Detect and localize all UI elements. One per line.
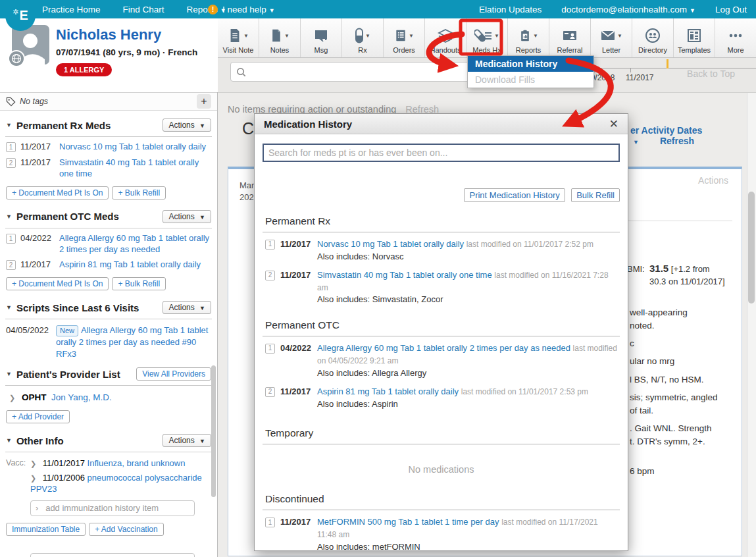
back-to-top-link[interactable]: Back to Top: [687, 68, 735, 79]
allergy-badge[interactable]: 1 ALLERGY: [56, 63, 112, 76]
med-number: 2: [6, 158, 16, 168]
medication-link[interactable]: Simvastatin 40 mg Tab 1 tablet orally on…: [317, 270, 492, 280]
toolbar-directory-button[interactable]: Directory: [632, 18, 674, 57]
add-legal-input[interactable]: [30, 553, 195, 557]
more-dots-icon: [727, 28, 744, 43]
collapse-triangle-icon[interactable]: ▼: [6, 304, 12, 311]
sidebar-scrollbar-thumb[interactable]: [211, 365, 216, 497]
chevron-right-icon[interactable]: ❯: [9, 394, 15, 402]
medication-link[interactable]: Simvastatin 40 mg Tab 1 tablet orally on…: [59, 157, 211, 180]
timeline-date[interactable]: 11/2017: [626, 73, 654, 82]
patient-dob: 07/07/1941 (80 yrs, 9 mo) · French: [56, 47, 197, 57]
med-history-row: 2 11/2017 Simvastatin 40 mg Tab 1 tablet…: [263, 263, 620, 307]
med-row: 2 11/2017 Aspirin 81 mg Tab 1 tablet ora…: [0, 255, 217, 271]
immunization-table-button[interactable]: Immunization Table: [6, 523, 86, 536]
chevron-down-icon: ▼: [284, 33, 290, 39]
chevron-down-icon: ▼: [409, 33, 414, 39]
med-number: 1: [265, 517, 275, 527]
chevron-down-icon: ▼: [690, 7, 695, 14]
view-all-providers-button[interactable]: View All Providers: [136, 367, 211, 381]
toolbar-letter-button[interactable]: ▼ Letter: [591, 18, 632, 57]
chevron-down-icon: ▼: [533, 33, 538, 39]
toolbar-more-button[interactable]: More: [715, 18, 756, 57]
handouts-stack-icon: [437, 28, 454, 43]
actions-dropdown-button[interactable]: Actions ▼: [163, 119, 211, 132]
toolbar-reports-button[interactable]: ▼ Reports: [508, 18, 549, 57]
collapse-triangle-icon[interactable]: ▼: [6, 213, 12, 220]
close-icon[interactable]: ✕: [609, 119, 618, 130]
print-medication-history-button[interactable]: Print Medication History: [464, 188, 565, 202]
card-actions-link[interactable]: Actions: [698, 175, 728, 186]
directory-people-icon: [645, 28, 661, 43]
medication-link[interactable]: Norvasc 10 mg Tab 1 tablet orally daily: [59, 142, 206, 153]
tag-icon: [6, 97, 16, 107]
medication-history-modal: Medication History ✕ Print Medication Hi…: [254, 113, 628, 551]
meds-hx-dropdown-menu: Medication History Download Fills: [467, 55, 594, 88]
collapse-triangle-icon[interactable]: ▼: [6, 437, 12, 444]
actions-dropdown-button[interactable]: Actions ▼: [163, 210, 211, 223]
timeline-tick: [594, 68, 595, 72]
vaccination-link[interactable]: Influenza, brand unknown: [88, 458, 186, 468]
add-provider-button[interactable]: + Add Provider: [6, 410, 70, 423]
chevron-down-icon: ▼: [269, 7, 275, 14]
document-med-button[interactable]: + Document Med Pt Is On: [6, 186, 109, 199]
main-scrollbar[interactable]: [747, 93, 756, 557]
toolbar-label: More: [727, 46, 743, 54]
nav-practice-home[interactable]: Practice Home: [42, 5, 101, 14]
medication-link[interactable]: Norvasc 10 mg Tab 1 tablet orally daily: [317, 239, 464, 249]
add-vaccination-button[interactable]: + Add Vaccination: [89, 523, 164, 536]
actions-dropdown-button[interactable]: Actions ▼: [163, 434, 211, 447]
timeline-marker-orange[interactable]: [667, 59, 668, 68]
toolbar-visit-note-button[interactable]: ▼ Visit Note: [218, 18, 259, 57]
toolbar-label: Handouts: [430, 46, 461, 54]
report-clipboard-icon: [518, 28, 532, 43]
toolbar-referral-button[interactable]: Referral: [549, 18, 591, 57]
vaccination-row: ❯ 11/01/2017 Influenza, brand unknown: [30, 458, 211, 469]
toolbar-msg-button[interactable]: Msg: [301, 18, 342, 57]
medication-link[interactable]: Allegra Allergy 60 mg Tab 1 tablet orall…: [59, 233, 211, 255]
main-scrollbar-thumb[interactable]: [748, 192, 755, 304]
document-med-button[interactable]: + Document Med Pt Is On: [6, 277, 109, 290]
toolbar-orders-button[interactable]: ▼ Orders: [384, 18, 425, 57]
refresh-link[interactable]: Refresh: [660, 136, 694, 146]
log-out-link[interactable]: Log Out: [715, 5, 747, 14]
account-menu[interactable]: doctordemo@elationhealth.com▼: [561, 5, 695, 14]
med-row: 2 11/2017 Simvastatin 40 mg Tab 1 tablet…: [0, 153, 217, 180]
bmi-reading: BMI: 31.5 [+1.2 from30.3 on 11/01/2017]: [627, 261, 739, 288]
patient-header: Nicholas Henry 07/07/1941 (80 yrs, 9 mo)…: [0, 18, 218, 92]
toolbar-notes-button[interactable]: ▼ Notes: [259, 18, 301, 57]
bulk-refill-button[interactable]: + Bulk Refill: [112, 277, 166, 290]
medication-link[interactable]: Allegra Allergy 60 mg Tab 1 tablet orall…: [56, 325, 208, 358]
medication-link[interactable]: MetFORMIN 500 mg Tab 1 tablet 1 time per…: [317, 517, 499, 527]
patient-name[interactable]: Nicholas Henry: [56, 26, 161, 43]
provider-link[interactable]: Jon Yang, M.D.: [51, 392, 112, 402]
toolbar-handouts-button[interactable]: Handouts: [425, 18, 466, 57]
menu-item-download-fills: Download Fills: [468, 72, 593, 88]
chevron-down-icon: ▼: [365, 33, 370, 39]
elation-logo[interactable]: ✲E: [5, 0, 36, 31]
medication-link[interactable]: Aspirin 81 mg Tab 1 tablet orally daily: [317, 386, 459, 396]
elation-updates-link[interactable]: Elation Updates: [479, 5, 542, 14]
no-tags-label: No tags: [20, 97, 48, 106]
actions-dropdown-button[interactable]: Actions ▼: [163, 301, 211, 314]
add-immunization-input[interactable]: [30, 500, 195, 516]
menu-item-medication-history[interactable]: Medication History: [468, 56, 593, 72]
chevron-right-icon[interactable]: ❯: [30, 474, 36, 482]
meds-search-input[interactable]: [263, 144, 620, 162]
add-tag-button[interactable]: +: [197, 94, 211, 109]
toolbar-meds-hx-button[interactable]: ▼ Meds Hx: [466, 18, 508, 57]
medication-link[interactable]: Allegra Allergy 60 mg Tab 1 tablet orall…: [317, 343, 570, 353]
new-badge: New: [56, 325, 78, 336]
chevron-right-icon[interactable]: ❯: [30, 460, 36, 467]
collapse-triangle-icon[interactable]: ▼: [6, 122, 12, 128]
toolbar-templates-button[interactable]: Templates: [674, 18, 715, 57]
nav-find-chart[interactable]: Find Chart: [123, 5, 164, 14]
envelope-icon: [600, 28, 616, 43]
patient-avatar: [12, 25, 49, 65]
bulk-refill-button[interactable]: + Bulk Refill: [112, 186, 166, 199]
toolbar-rx-button[interactable]: ▼ Rx: [342, 18, 384, 57]
collapse-triangle-icon[interactable]: ▼: [6, 371, 12, 377]
medication-link[interactable]: Aspirin 81 mg Tab 1 tablet orally daily: [59, 259, 201, 271]
bulk-refill-button[interactable]: Bulk Refill: [571, 188, 620, 202]
need-help-menu[interactable]: I need help▼: [222, 5, 275, 14]
